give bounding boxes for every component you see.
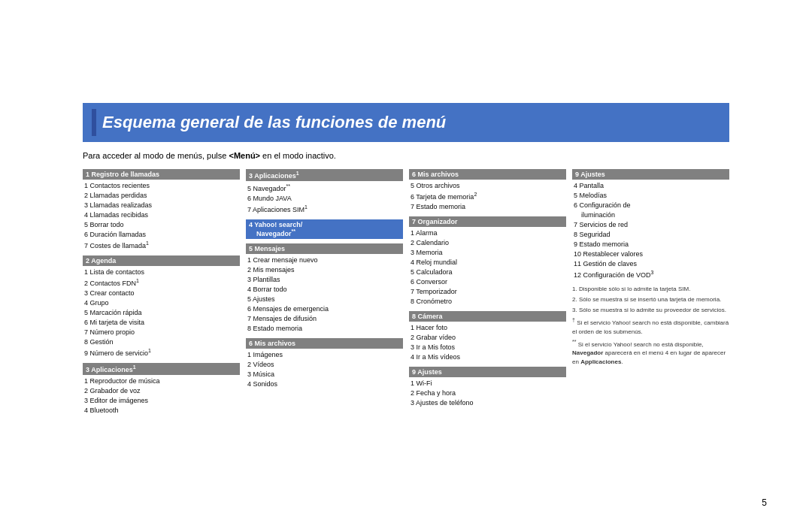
items-organizador: 1 Alarma 2 Calendario 3 Memoria 4 Reloj … <box>409 228 566 307</box>
column-2: 3 Aplicaciones1 5 Navegador** 6 Mundo JA… <box>246 169 403 421</box>
section-mis-archivos-2: 6 Mis archivos 1 Imágenes 2 Vídeos 3 Mús… <box>246 338 403 389</box>
menu-columns: 1 Registro de llamadas 1 Contactos recie… <box>83 169 729 421</box>
section-header-ajustes-4: 9 Ajustes <box>572 169 729 180</box>
section-header-aplicaciones-1b: 3 Aplicaciones1 <box>246 169 403 181</box>
items-aplicaciones-1b: 5 Navegador** 6 Mundo JAVA 7 Aplicacione… <box>246 183 403 215</box>
section-header-mis-archivos-3: 6 Mis archivos <box>409 169 566 180</box>
section-mensajes: 5 Mensajes 1 Crear mensaje nuevo 2 Mis m… <box>246 243 403 334</box>
column-3: 6 Mis archivos 5 Otros archivos 6 Tarjet… <box>409 169 566 421</box>
page-number: 5 <box>762 497 767 508</box>
column-4: 9 Ajustes 4 Pantalla 5 Melodías 6 Config… <box>572 169 729 421</box>
items-agenda: 1 Lista de contactos 2 Contactos FDN1 3 … <box>83 268 240 358</box>
footnotes: 1. Disponible sólo si lo admite la tarje… <box>572 285 729 367</box>
items-registro: 1 Contactos recientes 2 Llamadas perdida… <box>83 181 240 251</box>
section-header-yahoo: 4 Yahoo! search/ Navegador** <box>246 219 403 239</box>
page-title: Esquema general de las funciones de menú <box>102 113 446 132</box>
section-header-organizador: 7 Organizador <box>409 216 566 227</box>
section-ajustes-3: 9 Ajustes 1 Wi-Fi 2 Fecha y hora 3 Ajust… <box>409 367 566 408</box>
section-header-mensajes: 5 Mensajes <box>246 243 403 254</box>
section-camara: 8 Cámera 1 Hacer foto 2 Grabar vídeo 3 I… <box>409 311 566 362</box>
title-bar: Esquema general de las funciones de menú <box>83 103 729 142</box>
section-header-camara: 8 Cámera <box>409 311 566 322</box>
subtitle: Para acceder al modo de menús, pulse <Me… <box>83 151 729 160</box>
section-header-aplicaciones-1a: 3 Aplicaciones1 <box>83 363 240 375</box>
items-ajustes-4: 4 Pantalla 5 Melodías 6 Configuración de… <box>572 181 729 280</box>
items-ajustes-3: 1 Wi-Fi 2 Fecha y hora 3 Ajustes de telé… <box>409 379 566 408</box>
section-header-mis-archivos-2: 6 Mis archivos <box>246 338 403 349</box>
items-mis-archivos-2: 1 Imágenes 2 Vídeos 3 Música 4 Sonidos <box>246 350 403 389</box>
section-aplicaciones-1a: 3 Aplicaciones1 1 Reproductor de música … <box>83 363 240 416</box>
title-accent <box>92 109 96 136</box>
section-registro-llamadas: 1 Registro de llamadas 1 Contactos recie… <box>83 169 240 251</box>
section-ajustes-4: 9 Ajustes 4 Pantalla 5 Melodías 6 Config… <box>572 169 729 280</box>
section-header-agenda: 2 Agenda <box>83 255 240 266</box>
section-aplicaciones-1b: 3 Aplicaciones1 5 Navegador** 6 Mundo JA… <box>246 169 403 215</box>
items-aplicaciones-1a: 1 Reproductor de música 2 Grabador de vo… <box>83 376 240 416</box>
section-header-ajustes-3: 9 Ajustes <box>409 367 566 377</box>
section-yahoo: 4 Yahoo! search/ Navegador** <box>246 219 403 239</box>
section-mis-archivos-3: 6 Mis archivos 5 Otros archivos 6 Tarjet… <box>409 169 566 212</box>
items-camara: 1 Hacer foto 2 Grabar vídeo 3 Ir a Mis f… <box>409 323 566 362</box>
items-mis-archivos-3: 5 Otros archivos 6 Tarjeta de memoria2 7… <box>409 181 566 212</box>
section-organizador: 7 Organizador 1 Alarma 2 Calendario 3 Me… <box>409 216 566 307</box>
column-1: 1 Registro de llamadas 1 Contactos recie… <box>83 169 240 421</box>
section-agenda: 2 Agenda 1 Lista de contactos 2 Contacto… <box>83 255 240 358</box>
items-mensajes: 1 Crear mensaje nuevo 2 Mis mensajes 3 P… <box>246 255 403 334</box>
section-header-registro: 1 Registro de llamadas <box>83 169 240 180</box>
